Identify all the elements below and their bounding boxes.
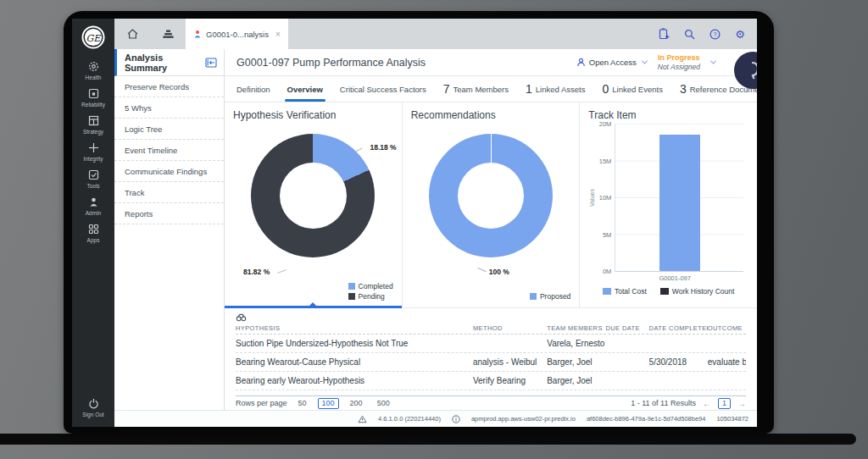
y-axis-label: Values (589, 189, 595, 207)
leader-line (277, 269, 287, 274)
sidebar-item-apps[interactable]: Apps (72, 220, 114, 247)
column-header[interactable]: OUTCOME (708, 324, 746, 332)
legend-swatch (348, 293, 355, 300)
sidebar-item-logic-tree[interactable]: Logic Tree (114, 119, 224, 140)
plot-area (615, 124, 743, 272)
leader-line (477, 268, 486, 273)
person-icon (576, 58, 586, 67)
rail-label: Admin (86, 210, 101, 216)
chart-legend: Completed Pending (348, 282, 393, 301)
sidebar-item-preserve-records[interactable]: Preserve Records (114, 76, 224, 97)
column-header[interactable]: HYPOTHESIS (236, 324, 473, 332)
hypothesis-verification-panel[interactable]: Hypothesis Verification 18.18 % 81.82 % … (225, 102, 402, 307)
global-actions: ? ⚙ (658, 19, 757, 49)
tab-critical-success-factors[interactable]: Critical Success Factors (331, 76, 435, 102)
home-tab[interactable] (114, 19, 150, 49)
state-dropdown[interactable]: In Progress Not Assigned (658, 53, 700, 72)
sidebar-item-health[interactable]: Health (72, 58, 114, 85)
column-header[interactable]: METHOD (473, 324, 547, 332)
access-label: Open Access (589, 58, 637, 67)
sidebar-item-track[interactable]: Track (114, 182, 224, 203)
chart-title: Recommendations (411, 109, 571, 121)
rows-option-100[interactable]: 100 (318, 398, 339, 409)
rows-option-200[interactable]: 200 (347, 399, 366, 407)
table-row[interactable]: Bearing Wearout-Cause Physicalanalysis -… (236, 353, 746, 372)
x-axis-category: G0001-097 (615, 274, 735, 282)
info-icon[interactable] (452, 415, 460, 423)
main-panel: G0001-097 Pump Performance Analysis Open… (225, 49, 757, 410)
search-icon[interactable] (684, 29, 695, 40)
tab-linked-events[interactable]: 0Linked Events (593, 76, 670, 102)
prev-page-icon[interactable]: ← (703, 399, 711, 408)
tab-linked-assets[interactable]: 1Linked Assets (517, 76, 593, 102)
strategy-icon (88, 115, 99, 126)
analysis-sidebar: Analysis Summary Preserve Records 5 Whys… (114, 49, 225, 410)
sidebar-item-integrity[interactable]: Integrity (72, 139, 114, 166)
tools-icon (88, 169, 99, 180)
close-icon[interactable]: × (275, 30, 281, 39)
rows-option-500[interactable]: 500 (374, 399, 393, 407)
svg-text:?: ? (714, 30, 717, 38)
tab-overview[interactable]: Overview (279, 76, 331, 102)
sidebar-title: Analysis Summary (125, 53, 205, 73)
sidebar-item-event-timeline[interactable]: Event Timeline (114, 140, 224, 161)
help-icon[interactable]: ? (709, 29, 721, 40)
find-in-table-icon[interactable] (236, 312, 247, 322)
recommendations-donut-chart (429, 134, 553, 257)
table-row[interactable]: Suction Pipe Undersized-Hypothesis Not T… (236, 335, 746, 353)
gear-icon[interactable]: ⚙ (735, 29, 745, 40)
alerts-icon[interactable] (358, 415, 367, 423)
sidebar-item-tools[interactable]: Tools (72, 166, 114, 193)
build-label: 105034872 (716, 415, 748, 423)
table-row[interactable]: Bearing early Wearout-HypothesisVerify B… (236, 372, 746, 390)
pagination-bar: Rows per page 50 100 200 500 1 - 11 of 1… (236, 395, 746, 410)
module-rail: GE Health Reliability Strategy Integrity… (72, 19, 114, 427)
hierarchy-tab[interactable] (150, 19, 186, 49)
ge-logo: GE (81, 25, 106, 50)
slice-divider (491, 134, 492, 163)
legend-swatch (530, 293, 537, 300)
rail-label: Integrity (83, 156, 103, 162)
slice-label: 81.82 % (243, 268, 270, 276)
charts-row: Hypothesis Verification 18.18 % 81.82 % … (225, 102, 757, 308)
admin-icon (88, 196, 99, 207)
sidebar-item-communicate-findings[interactable]: Communicate Findings (114, 161, 224, 182)
sidebar-item-admin[interactable]: Admin (72, 193, 114, 220)
analysis-tab-icon (193, 30, 202, 38)
integrity-icon (88, 142, 99, 153)
tab-definition[interactable]: Definition (228, 76, 279, 102)
tab-team-members[interactable]: 7Team Members (435, 76, 517, 102)
rail-label: Reliability (81, 102, 105, 108)
sidebar-item-5-whys[interactable]: 5 Whys (114, 97, 224, 119)
total-cost-bar[interactable] (659, 135, 700, 271)
workspace: G0001-0...nalysis × ? ⚙ Analysis Summary… (114, 19, 757, 427)
rail-label: Health (86, 75, 102, 80)
sidebar-item-strategy[interactable]: Strategy (72, 112, 114, 139)
access-dropdown[interactable]: Open Access (576, 58, 649, 67)
collapse-panel-icon[interactable] (205, 58, 217, 68)
next-page-icon[interactable]: → (737, 399, 746, 408)
column-header[interactable]: DUE DATE (605, 324, 648, 332)
recommendations-panel[interactable]: Recommendations 100 % Proposed (402, 102, 580, 307)
current-page-box[interactable]: 1 (718, 398, 731, 409)
apps-icon (88, 224, 99, 235)
rows-option-50[interactable]: 50 (295, 399, 310, 407)
asset-hierarchy-icon (162, 29, 175, 40)
legend-swatch (660, 288, 669, 295)
page-title: G0001-097 Pump Performance Analysis (236, 57, 426, 69)
sidebar-item-reliability[interactable]: Reliability (72, 85, 114, 112)
new-task-icon[interactable] (658, 28, 670, 40)
sidebar-item-reports[interactable]: Reports (114, 203, 224, 224)
rail-label: Tools (86, 183, 99, 189)
column-header[interactable]: TEAM MEMBERS (547, 324, 605, 332)
hypothesis-table-zone: HYPOTHESIS METHOD TEAM MEMBERS DUE DATE … (225, 308, 757, 410)
home-icon (126, 28, 139, 40)
analysis-tab[interactable]: G0001-0...nalysis × (186, 19, 288, 49)
track-item-panel[interactable]: Track Item Values 20M 15M 10M 5M 0M (579, 102, 757, 307)
analysis-sidebar-header: Analysis Summary (114, 49, 224, 76)
column-header[interactable]: DATE COMPLETED (649, 324, 708, 332)
results-count: 1 - 11 of 11 Results (631, 399, 696, 407)
chart-legend: Proposed (530, 292, 570, 301)
sign-out-button[interactable]: Sign Out (72, 395, 114, 422)
record-tabstrip: Definition Overview Critical Success Fac… (225, 76, 757, 102)
